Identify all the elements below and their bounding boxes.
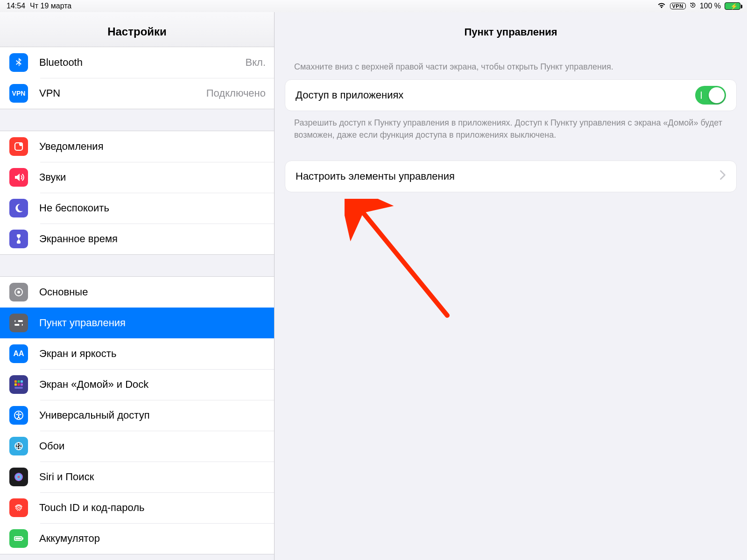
- battery-icon: [9, 529, 28, 548]
- screentime-icon: [9, 230, 28, 248]
- sidebar-item-notifications[interactable]: Уведомления: [0, 131, 274, 162]
- detail-title: Пункт управления: [275, 12, 747, 49]
- display-icon: AA: [9, 344, 28, 363]
- svg-rect-12: [21, 380, 23, 383]
- sidebar-item-label: Touch ID и код-пароль: [39, 502, 266, 514]
- chevron-right-icon: [719, 170, 726, 183]
- sidebar-group: Bluetooth Вкл. VPN VPN Подключено: [0, 47, 274, 109]
- status-time: 14:54: [7, 2, 25, 10]
- sidebar-item-detail: Подключено: [206, 87, 266, 99]
- sidebar-item-label: Экран «Домой» и Dock: [39, 378, 266, 391]
- svg-rect-3: [17, 234, 21, 237]
- detail-pane: Пункт управления Смахните вниз с верхней…: [275, 12, 747, 560]
- orientation-lock-icon: [690, 2, 696, 10]
- svg-rect-24: [15, 538, 21, 539]
- svg-point-9: [19, 323, 22, 326]
- annotation-arrow-icon: [345, 199, 466, 329]
- sidebar-item-home-dock[interactable]: Экран «Домой» и Dock: [0, 369, 274, 400]
- sidebar-item-label: Уведомления: [39, 140, 266, 153]
- sidebar-item-label: VPN: [39, 87, 206, 99]
- customize-controls-label: Настроить элементы управления: [296, 170, 719, 182]
- sidebar-item-label: Обои: [39, 440, 266, 452]
- sounds-icon: [9, 168, 28, 187]
- access-footer-caption: Разрешить доступ к Пункту управления в п…: [285, 111, 737, 141]
- sidebar-group: Основные Пункт управления AA Экран и ярк…: [0, 276, 274, 554]
- sidebar-item-dnd[interactable]: Не беспокоить: [0, 193, 274, 224]
- sidebar-item-label: Пункт управления: [39, 317, 266, 329]
- battery-percent: 100 %: [700, 2, 721, 10]
- sidebar-item-screentime[interactable]: Экранное время: [0, 224, 274, 254]
- sidebar-item-wallpaper[interactable]: Обои: [0, 431, 274, 462]
- sidebar-item-sounds[interactable]: Звуки: [0, 162, 274, 193]
- sidebar-item-label: Основные: [39, 286, 266, 298]
- sidebar-item-vpn[interactable]: VPN VPN Подключено: [0, 78, 274, 109]
- touchid-icon: [9, 498, 28, 517]
- status-bar: 14:54 Чт 19 марта VPN 100 % ⚡: [0, 0, 747, 12]
- sidebar-item-display[interactable]: AA Экран и яркость: [0, 338, 274, 369]
- sidebar-item-detail: Вкл.: [246, 56, 266, 69]
- svg-rect-16: [14, 387, 23, 389]
- sidebar-item-bluetooth[interactable]: Bluetooth Вкл.: [0, 47, 274, 78]
- svg-rect-15: [21, 384, 23, 386]
- wallpaper-icon: [9, 437, 28, 455]
- general-icon: [9, 283, 28, 301]
- sidebar-item-touchid[interactable]: Touch ID и код-пароль: [0, 492, 274, 523]
- vpn-icon: VPN: [9, 84, 28, 103]
- sidebar-item-siri[interactable]: Siri и Поиск: [0, 462, 274, 492]
- wifi-icon: [657, 1, 666, 11]
- bluetooth-icon: [9, 53, 28, 72]
- accessibility-icon: [9, 406, 28, 425]
- siri-icon: [9, 468, 28, 486]
- sidebar-item-label: Аккумулятор: [39, 532, 266, 545]
- svg-point-18: [18, 412, 20, 414]
- vpn-badge-icon: VPN: [670, 3, 686, 9]
- svg-point-2: [19, 142, 23, 146]
- access-in-apps-label: Доступ в приложениях: [296, 89, 695, 101]
- sidebar-item-label: Экранное время: [39, 233, 266, 245]
- access-in-apps-row: Доступ в приложениях: [285, 80, 736, 111]
- svg-rect-23: [22, 538, 23, 539]
- home-dock-icon: [9, 375, 28, 394]
- sidebar-title: Настройки: [0, 12, 274, 47]
- svg-rect-13: [14, 384, 17, 386]
- svg-point-7: [15, 320, 18, 322]
- sidebar-item-label: Экран и яркость: [39, 348, 266, 360]
- svg-rect-11: [18, 380, 20, 383]
- dnd-icon: [9, 199, 28, 217]
- sidebar-item-label: Универсальный доступ: [39, 409, 266, 421]
- access-card: Доступ в приложениях: [285, 79, 737, 111]
- access-in-apps-toggle[interactable]: [695, 86, 726, 105]
- svg-rect-0: [692, 5, 693, 6]
- battery-icon: ⚡: [725, 2, 740, 10]
- settings-sidebar: Настройки Bluetooth Вкл. VPN VPN Подключ…: [0, 12, 275, 560]
- control-center-icon: [9, 314, 28, 332]
- sidebar-item-label: Не беспокоить: [39, 202, 266, 214]
- customize-controls-row[interactable]: Настроить элементы управления: [285, 161, 736, 192]
- status-date: Чт 19 марта: [30, 2, 71, 10]
- sidebar-item-control-center[interactable]: Пункт управления: [0, 308, 274, 338]
- sidebar-item-label: Siri и Поиск: [39, 471, 266, 483]
- svg-rect-4: [17, 241, 21, 244]
- detail-intro-caption: Смахните вниз с верхней правой части экр…: [285, 61, 737, 79]
- sidebar-item-general[interactable]: Основные: [0, 277, 274, 308]
- svg-line-25: [363, 213, 447, 315]
- svg-rect-10: [14, 380, 17, 383]
- svg-rect-14: [18, 384, 20, 386]
- sidebar-item-battery[interactable]: Аккумулятор: [0, 523, 274, 554]
- sidebar-group: Уведомления Звуки Не беспокоить: [0, 131, 274, 255]
- sidebar-item-label: Звуки: [39, 171, 266, 183]
- customize-card: Настроить элементы управления: [285, 161, 737, 192]
- svg-point-21: [14, 473, 23, 481]
- notifications-icon: [9, 137, 28, 156]
- sidebar-item-accessibility[interactable]: Универсальный доступ: [0, 400, 274, 431]
- sidebar-item-label: Bluetooth: [39, 56, 246, 69]
